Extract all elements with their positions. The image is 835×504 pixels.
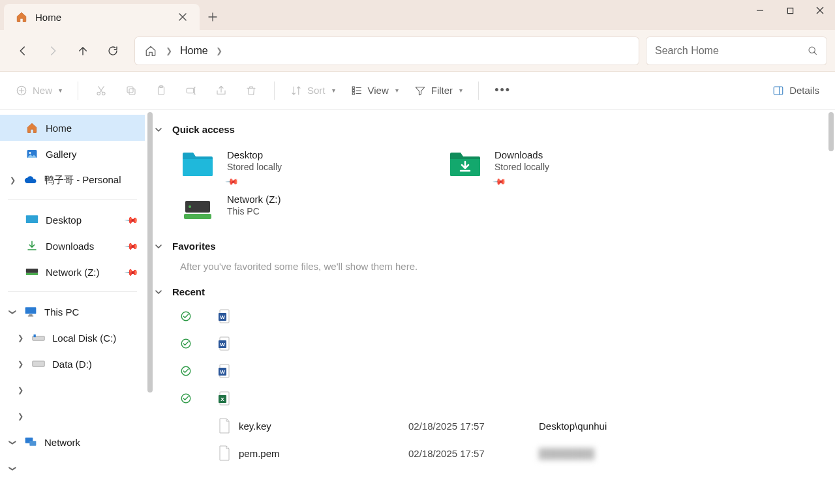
tab-home[interactable]: Home (4, 4, 200, 30)
chevron-right-icon[interactable]: ❯ (8, 176, 17, 185)
more-button[interactable]: ••• (488, 78, 517, 103)
chevron-right-icon[interactable]: ❯ (16, 412, 25, 421)
sidebar-item-expand[interactable]: ❯ (0, 377, 145, 403)
sidebar-item-expand[interactable]: ❯ (0, 455, 145, 481)
minimize-button[interactable] (745, 0, 775, 21)
recent-row[interactable]: W (151, 330, 828, 357)
sidebar-item-expand[interactable]: ❯ (0, 403, 145, 429)
tab-strip: Home (0, 0, 226, 30)
new-label: New (33, 85, 52, 96)
share-button[interactable] (207, 78, 235, 103)
address-segment[interactable]: Home (180, 45, 208, 57)
chevron-down-icon: ▾ (332, 87, 335, 94)
filter-label: Filter (431, 85, 453, 96)
paste-button[interactable] (147, 78, 175, 103)
drive-icon (31, 357, 46, 371)
chevron-right-icon[interactable]: ❯ (16, 360, 25, 368)
search-box[interactable] (646, 37, 827, 65)
drive-icon (25, 265, 39, 279)
copy-button[interactable] (117, 78, 145, 103)
separator (8, 291, 137, 292)
recent-row[interactable]: W (151, 357, 828, 385)
sidebar-item-label: 鸭子哥 - Personal (44, 174, 121, 186)
svg-rect-16 (26, 215, 38, 223)
sidebar-item-network[interactable]: ❯ Network (0, 429, 145, 455)
sidebar-item-gallery[interactable]: Gallery (0, 141, 145, 167)
chevron-down-icon[interactable]: ❯ (8, 437, 17, 447)
folder-icon (180, 149, 215, 179)
section-recent[interactable]: Recent (151, 281, 828, 303)
sort-button[interactable]: Sort ▾ (284, 78, 342, 103)
window-controls (745, 0, 835, 21)
command-toolbar: New ▾ Sort ▾ View ▾ Filter ▾ ••• Details (0, 72, 835, 110)
sidebar-item-drive-d[interactable]: ❯ Data (D:) (0, 351, 145, 377)
chevron-right-icon[interactable]: ❯ (16, 386, 25, 394)
sidebar-item-label: This PC (44, 306, 79, 318)
chevron-down-icon: ▾ (459, 87, 463, 94)
maximize-button[interactable] (775, 0, 805, 21)
details-label: Details (789, 85, 819, 96)
sidebar-item-thispc[interactable]: ❯ This PC (0, 299, 145, 325)
quick-access-grid: Desktop Stored locally 📌 Downloads Store… (151, 140, 828, 235)
recent-row[interactable]: pem.pem02/18/2025 17:57████████ (151, 439, 828, 467)
section-title: Quick access (172, 124, 235, 135)
network-icon (23, 435, 38, 449)
chevron-right-icon: ❯ (216, 46, 222, 55)
section-quick-access[interactable]: Quick access (151, 119, 828, 140)
view-button[interactable]: View ▾ (344, 78, 405, 103)
sidebar-item-network-drive[interactable]: Network (Z:) 📌 (0, 259, 145, 285)
chevron-down-icon (154, 288, 163, 297)
svg-text:W: W (220, 369, 225, 375)
forward-button[interactable] (38, 36, 68, 66)
svg-point-29 (189, 205, 191, 208)
file-name: pem.pem (239, 448, 408, 459)
sidebar-item-home[interactable]: Home (0, 115, 145, 141)
svg-rect-11 (352, 89, 354, 91)
refresh-button[interactable] (98, 36, 128, 66)
chevron-down-icon[interactable]: ❯ (8, 307, 17, 316)
filter-button[interactable]: Filter ▾ (408, 78, 469, 103)
sidebar-item-downloads[interactable]: Downloads 📌 (0, 233, 145, 259)
content-pane: Quick access Desktop Stored locally 📌 Do… (145, 110, 835, 504)
file-icon: W (210, 364, 239, 378)
sort-label: Sort (307, 85, 326, 96)
quick-access-item[interactable]: Desktop Stored locally 📌 (180, 145, 395, 190)
svg-rect-30 (184, 214, 211, 219)
sidebar-item-desktop[interactable]: Desktop 📌 (0, 207, 145, 233)
new-button[interactable]: New ▾ (9, 78, 68, 103)
address-bar[interactable]: ❯ Home ❯ (134, 37, 639, 65)
svg-rect-19 (26, 273, 38, 275)
cut-button[interactable] (87, 78, 115, 103)
separator (8, 200, 137, 200)
up-button[interactable] (68, 36, 98, 66)
new-tab-button[interactable] (200, 4, 226, 30)
recent-row[interactable]: X (151, 385, 828, 412)
sidebar-item-onedrive[interactable]: ❯ 鸭子哥 - Personal (0, 167, 145, 193)
rename-button[interactable] (177, 78, 205, 103)
details-pane-button[interactable]: Details (766, 78, 826, 103)
sidebar-item-label: Network (44, 437, 80, 448)
recent-row[interactable]: W (151, 303, 828, 330)
chevron-right-icon[interactable]: ❯ (16, 334, 25, 342)
chevron-right-icon: ❯ (166, 46, 172, 55)
home-icon (14, 10, 29, 24)
drive-network-icon (180, 194, 215, 224)
svg-rect-13 (774, 87, 783, 95)
content-scrollbar[interactable] (828, 112, 834, 151)
delete-button[interactable] (237, 78, 265, 103)
svg-rect-21 (29, 314, 33, 316)
quick-access-item[interactable]: Network (Z:) This PC (180, 190, 395, 228)
sidebar-item-drive-c[interactable]: ❯ Local Disk (C:) (0, 325, 145, 351)
section-favorites[interactable]: Favorites (151, 235, 828, 257)
close-window-button[interactable] (805, 0, 835, 21)
tab-title: Home (35, 12, 61, 23)
svg-rect-12 (352, 93, 354, 95)
recent-row[interactable]: key.key02/18/2025 17:57Desktop\qunhui (151, 412, 828, 439)
sidebar-item-label: Data (D:) (52, 359, 92, 370)
tab-close-button[interactable] (176, 10, 189, 23)
quick-access-item[interactable]: Downloads Stored locally 📌 (448, 145, 663, 190)
back-button[interactable] (8, 36, 38, 66)
search-input[interactable] (655, 45, 808, 57)
sidebar-item-label: Downloads (46, 241, 94, 252)
chevron-down-icon[interactable]: ❯ (8, 464, 17, 473)
